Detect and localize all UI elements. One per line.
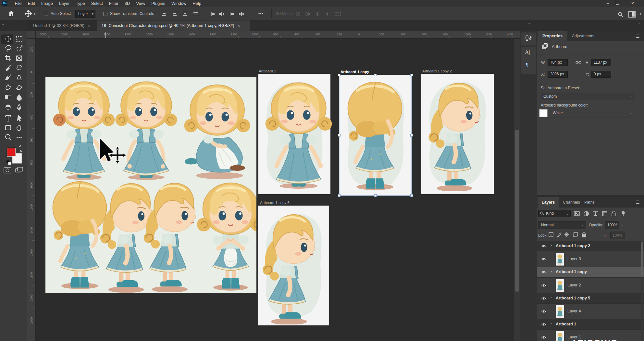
svg-text:Artboard 1: Artboard 1 [259,69,276,73]
svg-text:Artboard 1 copy 2: Artboard 1 copy 2 [422,69,452,73]
svg-text:Artboard 1 copy: Artboard 1 copy [341,70,369,74]
svg-text:Artboard 1 copy 5: Artboard 1 copy 5 [260,201,290,205]
